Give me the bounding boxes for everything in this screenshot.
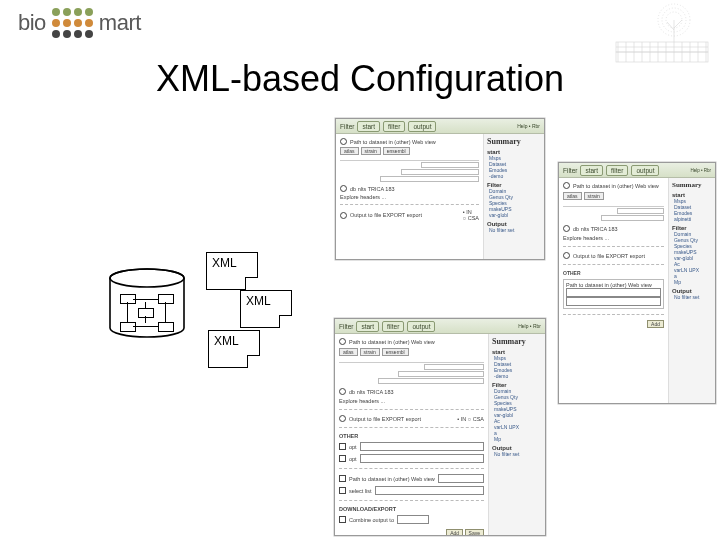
screenshot-thumb-1: Filter start filter output Help • Rbr Pa… xyxy=(335,118,545,260)
thumb-sidebar-1: Summary start Msps Dataset Emodes -demo … xyxy=(484,134,544,260)
topbar-btn-start: start xyxy=(357,121,380,132)
logo-right: mart xyxy=(99,10,141,36)
screenshot-thumb-3: Filter start filter output Help • Rbr Pa… xyxy=(334,318,546,536)
thumb-save-button: Save xyxy=(465,529,484,536)
thumb-topbar: Filter start filter output Help • Rbr xyxy=(336,119,544,134)
xml-label: XML xyxy=(214,334,239,348)
xml-doc-2: XML xyxy=(240,290,292,328)
thumb-sidebar-2: Summary start Msps Dataset Emodes alpine… xyxy=(669,178,715,404)
xml-doc-3: XML xyxy=(208,330,260,368)
svg-line-4 xyxy=(667,22,674,30)
screenshot-thumb-2: Filter start filter output Help • Rbr Pa… xyxy=(558,162,716,404)
topbar-btn-filter: filter xyxy=(383,121,405,132)
xml-label: XML xyxy=(246,294,271,308)
xml-label: XML xyxy=(212,256,237,270)
database-icon xyxy=(108,268,186,340)
thumb-sidebar-3: Summary start Msps Dataset Emodes -demo … xyxy=(489,334,545,536)
thumb-section-head: Explore headers ... xyxy=(340,194,479,200)
thumb-add-button: Add xyxy=(446,529,463,536)
svg-line-5 xyxy=(674,20,682,28)
topbar-btn-output: output xyxy=(408,121,436,132)
logo-left: bio xyxy=(18,10,46,36)
thumb-left-panel: Path to dataset in (other) Web view atla… xyxy=(336,134,484,260)
tree-building-icon xyxy=(612,2,712,64)
slide: bio mart xyxy=(0,0,720,540)
logo-dots-icon xyxy=(52,8,93,38)
xml-doc-1: XML xyxy=(206,252,258,290)
biomart-logo: bio mart xyxy=(18,8,141,38)
topbar-right: Help • Rbr xyxy=(517,123,540,129)
page-title: XML-based Configuration xyxy=(0,58,720,100)
topbar-label: Filter xyxy=(340,123,354,130)
